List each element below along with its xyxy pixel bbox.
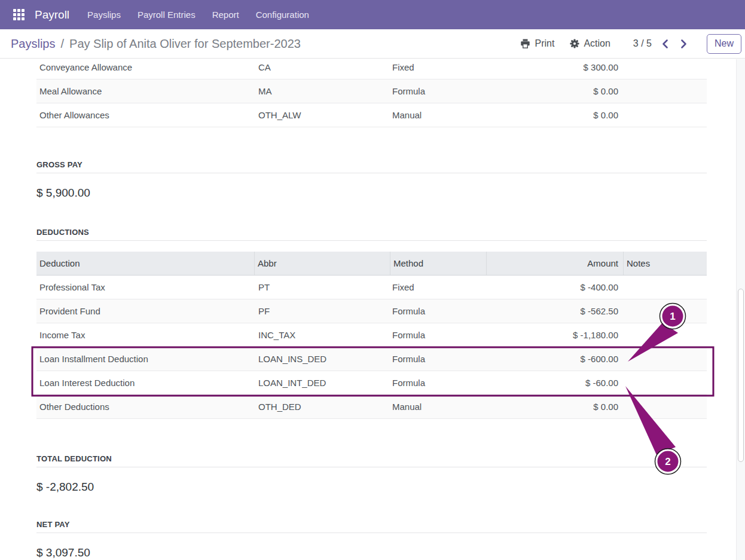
printer-icon (520, 39, 530, 48)
net-pay-section: NET PAY $ 3,097.50 (36, 520, 707, 559)
deductions-table-header: Deduction Abbr Method Amount Notes (36, 252, 707, 276)
chevron-left-icon (661, 39, 670, 49)
cell-name: Loan Interest Deduction (36, 378, 254, 388)
cell-abbr: LOAN_INS_DED (254, 354, 390, 364)
deductions-label: DEDUCTIONS (36, 228, 707, 237)
cell-method: Manual (390, 402, 486, 412)
cell-amount: $ 300.00 (486, 62, 623, 72)
column-header-abbr[interactable]: Abbr (254, 252, 390, 275)
table-row[interactable]: Conveyance AllowanceCAFixed$ 300.00 (36, 59, 707, 79)
cell-name: Conveyance Allowance (36, 62, 254, 72)
breadcrumb-parent-link[interactable]: Payslips (11, 37, 55, 51)
deductions-table-body: Professional TaxPTFixed$ -400.00Providen… (36, 276, 707, 419)
total-deduction-label: TOTAL DEDUCTION (36, 454, 707, 463)
column-header-method[interactable]: Method (390, 252, 486, 275)
table-row[interactable]: Loan Interest DeductionLOAN_INT_DEDFormu… (36, 371, 707, 395)
breadcrumb: Payslips / Pay Slip of Anita Oliver for … (11, 37, 301, 51)
cell-abbr: OTH_DED (254, 402, 390, 412)
net-pay-label: NET PAY (36, 520, 707, 529)
print-label: Print (535, 38, 554, 49)
cell-amount: $ -1,180.00 (486, 330, 623, 340)
cell-abbr: LOAN_INT_DED (254, 378, 390, 388)
gear-icon (570, 39, 579, 48)
deductions-section: DEDUCTIONS (36, 228, 707, 241)
breadcrumb-current: Pay Slip of Anita Oliver for September-2… (69, 37, 301, 51)
cell-amount: $ -562.50 (486, 306, 623, 316)
allowances-table: Conveyance AllowanceCAFixed$ 300.00Meal … (36, 59, 707, 127)
cell-abbr: INC_TAX (254, 330, 390, 340)
total-deduction-value: $ -2,802.50 (36, 481, 707, 494)
cell-method: Formula (390, 86, 486, 96)
menu-item-configuration[interactable]: Configuration (256, 10, 309, 20)
apps-menu-icon[interactable] (13, 9, 25, 20)
action-button[interactable]: Action (570, 38, 610, 49)
column-header-deduction[interactable]: Deduction (36, 252, 254, 275)
chevron-right-icon (679, 39, 688, 49)
cell-method: Formula (390, 330, 486, 340)
menu-item-report[interactable]: Report (212, 10, 239, 20)
table-row[interactable]: Professional TaxPTFixed$ -400.00 (36, 276, 707, 299)
menu-item-payroll-entries[interactable]: Payroll Entries (138, 10, 196, 20)
column-header-notes[interactable]: Notes (623, 252, 707, 275)
cell-method: Formula (390, 378, 486, 388)
cell-method: Formula (390, 354, 486, 364)
cell-abbr: MA (254, 86, 390, 96)
divider (36, 240, 707, 241)
print-button[interactable]: Print (520, 38, 554, 49)
table-row[interactable]: Other DeductionsOTH_DEDManual$ 0.00 (36, 395, 707, 419)
pager-previous-button[interactable] (661, 39, 670, 49)
table-row[interactable]: Meal AllowanceMAFormula$ 0.00 (36, 79, 707, 103)
table-row[interactable]: Provident FundPFFormula$ -562.50 (36, 299, 707, 323)
gross-pay-value: $ 5,900.00 (36, 186, 707, 200)
cell-name: Provident Fund (36, 306, 254, 316)
breadcrumb-separator: / (60, 37, 64, 51)
app-brand[interactable]: Payroll (35, 8, 69, 22)
cell-name: Other Allowances (36, 110, 254, 120)
divider (36, 467, 707, 467)
vertical-scrollbar-track[interactable] (736, 59, 745, 560)
cell-name: Professional Tax (36, 282, 254, 292)
cell-amount: $ 0.00 (486, 86, 623, 96)
cell-abbr: OTH_ALW (254, 110, 390, 120)
cell-amount: $ 0.00 (486, 110, 623, 120)
column-header-amount[interactable]: Amount (486, 252, 623, 275)
new-button[interactable]: New (707, 34, 741, 54)
table-row[interactable]: Other AllowancesOTH_ALWManual$ 0.00 (36, 103, 707, 127)
payslip-form-content: Conveyance AllowanceCAFixed$ 300.00Meal … (0, 59, 745, 560)
action-label: Action (584, 38, 610, 49)
vertical-scrollbar-thumb[interactable] (738, 289, 744, 462)
cell-method: Fixed (390, 62, 486, 72)
cell-method: Fixed (390, 282, 486, 292)
cell-name: Loan Installment Deduction (36, 354, 254, 364)
menu-item-payslips[interactable]: Payslips (87, 10, 121, 20)
divider (36, 533, 707, 533)
cell-amount: $ -600.00 (486, 354, 623, 364)
pager-counter: 3 / 5 (633, 38, 652, 49)
control-panel-actions: Print Action 3 / 5 (520, 34, 741, 54)
top-navbar: Payroll Payslips Payroll Entries Report … (0, 0, 745, 29)
cell-name: Other Deductions (36, 402, 254, 412)
divider (36, 173, 707, 173)
cell-abbr: CA (254, 62, 390, 72)
table-row[interactable]: Loan Installment DeductionLOAN_INS_DEDFo… (36, 347, 707, 371)
table-row[interactable]: Income TaxINC_TAXFormula$ -1,180.00 (36, 323, 707, 347)
gross-pay-section: GROSS PAY $ 5,900.00 (36, 160, 707, 200)
net-pay-value: $ 3,097.50 (36, 546, 707, 559)
cell-name: Income Tax (36, 330, 254, 340)
pager-next-button[interactable] (679, 39, 688, 49)
cell-amount: $ -400.00 (486, 282, 623, 292)
cell-amount: $ 0.00 (486, 402, 623, 412)
cell-abbr: PF (254, 306, 390, 316)
total-deduction-section: TOTAL DEDUCTION $ -2,802.50 (36, 454, 707, 494)
control-panel: Payslips / Pay Slip of Anita Oliver for … (0, 29, 745, 59)
cell-name: Meal Allowance (36, 86, 254, 96)
cell-amount: $ -60.00 (486, 378, 623, 388)
deductions-table: Deduction Abbr Method Amount Notes Profe… (36, 252, 707, 419)
gross-pay-label: GROSS PAY (36, 160, 707, 169)
app-menu: Payslips Payroll Entries Report Configur… (87, 10, 309, 20)
cell-method: Formula (390, 306, 486, 316)
cell-method: Manual (390, 110, 486, 120)
cell-abbr: PT (254, 282, 390, 292)
